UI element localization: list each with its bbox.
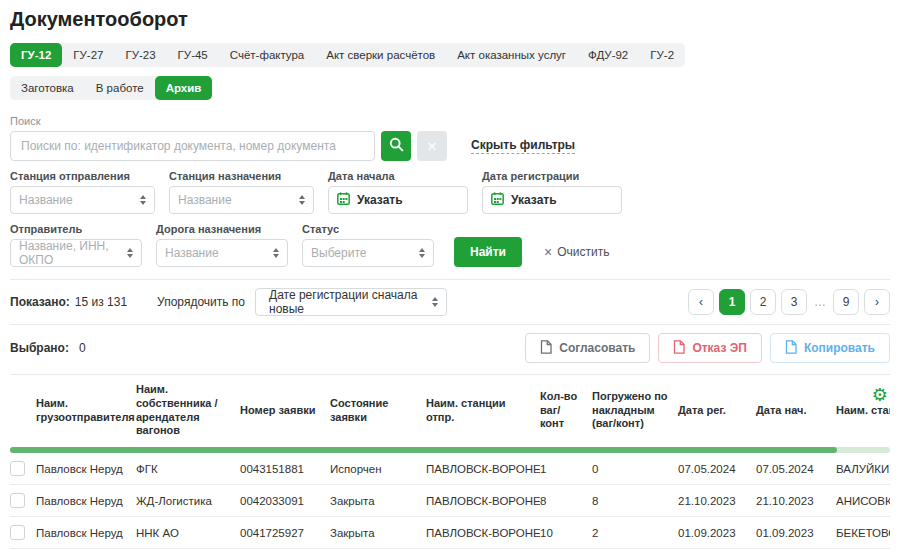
document-type-tabs: ГУ-12 ГУ-27 ГУ-23 ГУ-45 Счёт-фактура Акт… [10,43,685,67]
table-row[interactable]: Павловск Неруд ФГК 0043151881 Испорчен П… [10,453,890,485]
tab-gu-45[interactable]: ГУ-45 [167,43,219,67]
table-body: Павловск Неруд ФГК 0043151881 Испорчен П… [10,453,890,552]
cell-wagon-count: 1 [540,453,592,485]
date-start-picker[interactable]: Указать [328,186,468,214]
cell-request-number: 0041725927 [240,517,330,549]
page-button-9[interactable]: 9 [833,289,859,315]
cell-request-state: Закрыта [330,549,426,552]
date-reg-label: Дата регистрации [482,170,622,182]
page-button-2[interactable]: 2 [750,289,776,315]
col-header-request-number[interactable]: Номер заявки [240,375,330,446]
cell-owner: ФГК [136,453,240,485]
gear-icon[interactable]: ⚙ [872,386,888,404]
row-checkbox[interactable] [10,461,25,476]
hide-filters-link[interactable]: Скрыть фильтры [471,138,575,154]
stepper-icon [299,195,305,205]
pagination: ‹ 1 2 3 … 9 › [688,289,890,315]
document-sign-icon [540,340,552,357]
cell-shipper: Павловск Неруд [36,517,136,549]
reject-signature-button[interactable]: Отказ ЭП [658,333,762,363]
cell-shipper: Павловск Неруд [36,485,136,517]
cell-date-reg: 07.05.2024 [678,453,756,485]
page-button-1[interactable]: 1 [719,289,745,315]
tab-gu-23[interactable]: ГУ-23 [114,43,166,67]
shown-label: Показано: [10,295,70,309]
tab-reconciliation-act[interactable]: Акт сверки расчётов [315,43,446,67]
cell-date-start: 01.07.2023 [756,549,836,552]
cell-wagon-count: 8 [540,485,592,517]
road-select[interactable]: Название [156,239,288,267]
tab-services-act[interactable]: Акт оказанных услуг [446,43,577,67]
order-by-select[interactable]: Дате регистрации сначала новые [255,288,447,316]
page-button-3[interactable]: 3 [781,289,807,315]
search-icon [389,137,404,155]
selected-label: Выбрано: [10,341,69,355]
cell-loaded: 8 [592,485,678,517]
calendar-icon [337,192,350,208]
col-header-station-from[interactable]: Наим. станции отпр. [426,375,540,446]
tab-gu-12[interactable]: ГУ-12 [10,43,62,67]
tab-fdu-92[interactable]: ФДУ-92 [577,43,639,67]
stepper-icon [140,195,146,205]
tab-gu-27[interactable]: ГУ-27 [62,43,114,67]
copy-icon [785,340,797,357]
stepper-icon [273,248,279,258]
clear-filters-link[interactable]: × Очистить [544,237,609,267]
col-header-loaded[interactable]: Погружено по накладным (ваг/конт) [592,375,678,446]
cell-station-from: ПАВЛОВСК-ВОРОНЕЖСКИЙ [426,517,540,549]
stepper-icon [127,248,133,258]
approve-button[interactable]: Согласовать [525,333,650,363]
search-button[interactable] [381,131,411,161]
order-by-label: Упорядочить по [157,295,245,309]
cell-wagon-count: 357 [540,549,592,552]
copy-button[interactable]: Копировать [770,333,890,363]
table-row[interactable]: Павловск Неруд ННК АО 0041725927 Закрыта… [10,517,890,549]
sender-select[interactable]: Название, ИНН, ОКПО [10,239,142,267]
table-row[interactable]: Павловск Неруд ЖД-Логистика 0042033091 З… [10,485,890,517]
table-row[interactable]: Павловск Неруд ФГК 0041359027/8 Закрыта … [10,549,890,552]
search-input[interactable] [10,131,375,161]
clear-search-button[interactable]: × [417,131,447,161]
road-label: Дорога назначения [156,223,288,235]
cell-station-from: ПАВЛОВСК-ВОРОНЕЖСКИЙ [426,453,540,485]
table-header: Наим. грузоотправителя Наим. собственник… [10,375,890,446]
cell-request-number: 0043151881 [240,453,330,485]
sender-label: Отправитель [10,223,142,235]
document-reject-icon [673,340,685,357]
close-icon: × [427,138,437,155]
cell-request-state: Испорчен [330,453,426,485]
cell-loaded: 2 [592,517,678,549]
col-header-request-state[interactable]: Состояние заявки [330,375,426,446]
page-next-button[interactable]: › [864,289,890,315]
col-header-shipper[interactable]: Наим. грузоотправителя [36,375,136,446]
row-checkbox[interactable] [10,525,25,540]
col-header-owner[interactable]: Наим. собственника / арендателя вагонов [136,375,240,446]
cell-station-to: ВАЛУЙКИ [836,453,890,485]
find-button[interactable]: Найти [454,237,522,267]
cell-wagon-count: 10 [540,517,592,549]
col-header-wagon-count[interactable]: Кол-во ваг/конт [540,375,592,446]
col-header-date-start[interactable]: Дата нач. [756,375,836,446]
documents-table: ⚙ Наим. грузоотправителя Наим. собственн… [10,374,890,552]
selected-count: 0 [79,341,86,355]
station-from-label: Станция отправления [10,170,155,182]
cell-station-to: РАНЕНБУРГ [836,549,890,552]
col-header-date-reg[interactable]: Дата рег. [678,375,756,446]
cell-date-reg: 21.10.2023 [678,485,756,517]
tab-gu-2[interactable]: ГУ-2 [639,43,685,67]
tab-invoice[interactable]: Счёт-фактура [219,43,316,67]
station-to-select[interactable]: Название [169,186,314,214]
date-reg-picker[interactable]: Указать [482,186,622,214]
page-ellipsis: … [812,295,828,309]
status-label: Статус [302,223,434,235]
station-from-select[interactable]: Название [10,186,155,214]
tab-in-progress[interactable]: В работе [85,76,155,100]
tab-archive[interactable]: Архив [155,76,213,100]
tab-draft[interactable]: Заготовка [10,76,85,100]
status-select[interactable]: Выберите [302,239,434,267]
cell-date-reg: 09.08.2023 [678,549,756,552]
status-tabs: Заготовка В работе Архив [10,76,212,100]
page-prev-button[interactable]: ‹ [688,289,714,315]
row-checkbox[interactable] [10,493,25,508]
date-start-label: Дата начала [328,170,468,182]
